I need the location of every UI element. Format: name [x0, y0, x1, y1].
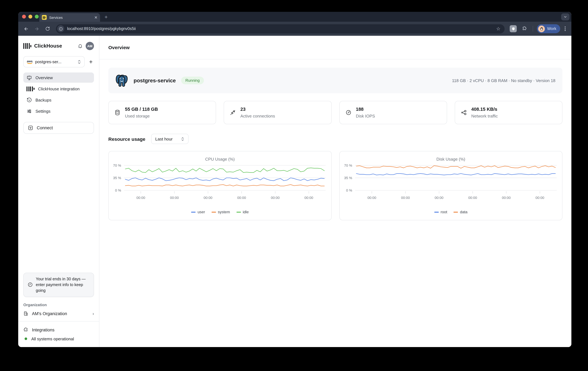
app-content: ClickHouse AM aws postgres-ser... +	[18, 36, 571, 347]
presentation-icon	[27, 75, 32, 80]
clickhouse-favicon	[42, 15, 47, 20]
legend-swatch	[211, 211, 216, 212]
stat-label: Network traffic	[471, 114, 498, 119]
svg-text:00:00: 00:00	[170, 196, 179, 200]
organization-name: AM's Organization	[32, 311, 67, 316]
service-selector-row: aws postgres-ser... +	[23, 56, 94, 67]
back-button[interactable]	[21, 24, 30, 33]
sidebar-nav: Overview ClickHouse integration Backups …	[23, 72, 94, 116]
chart-plot-area: 70 %35 %0 %00:0000:0000:0000:0000:0000:0…	[109, 163, 331, 210]
time-range-select[interactable]: Last hour	[151, 134, 189, 144]
tab-services[interactable]: Services ✕	[39, 13, 100, 22]
browser-window: Services ✕ + localhost:8910	[18, 12, 571, 347]
legend-item-root[interactable]: root	[434, 210, 447, 214]
svg-text:00:00: 00:00	[434, 196, 443, 200]
maximize-window-button[interactable]	[35, 15, 39, 19]
site-info-icon[interactable]	[57, 25, 64, 32]
connect-label: Connect	[37, 125, 53, 130]
legend-item-system[interactable]: system	[211, 210, 230, 214]
shield-icon	[511, 27, 515, 31]
address-bar[interactable]: localhost:8910/postgres/pgkybgnv0s5ii ☆	[56, 24, 504, 33]
integrations-label: Integrations	[32, 327, 54, 332]
service-name: postgres-service	[134, 77, 176, 83]
chart-plot-area: 70 %35 %0 %00:0000:0000:0000:0000:0000:0…	[339, 163, 562, 210]
profile-avatar	[538, 25, 545, 32]
tab-search-button[interactable]	[561, 13, 569, 20]
clickhouse-bars-icon	[27, 86, 34, 91]
disk-usage-chart: Disk Usage (%) 70 %35 %0 %00:0000:0000:0…	[339, 151, 562, 220]
arrow-right-icon	[34, 26, 40, 31]
sidebar-item-overview[interactable]: Overview	[23, 72, 94, 83]
forward-button[interactable]	[32, 24, 41, 33]
svg-text:00:00: 00:00	[271, 196, 280, 200]
profile-name: Work	[547, 27, 556, 31]
extensions-button[interactable]	[520, 24, 529, 33]
organization-row[interactable]: AM's Organization ›	[23, 311, 94, 316]
stat-disk-iops: 188Disk IOPS	[339, 101, 447, 124]
main-panel: Overview postgres-service Running	[99, 36, 571, 347]
new-tab-button[interactable]: +	[105, 14, 108, 22]
bookmark-star-icon[interactable]: ☆	[496, 26, 500, 32]
clock-icon	[28, 282, 33, 288]
browser-toolbar: localhost:8910/postgres/pgkybgnv0s5ii ☆ …	[18, 22, 571, 36]
minimize-window-button[interactable]	[28, 15, 32, 19]
trial-notice-text: Your trial ends in 30 days — enter payme…	[36, 276, 86, 293]
bell-icon[interactable]	[78, 43, 83, 49]
svg-text:70 %: 70 %	[344, 163, 352, 168]
stat-label: Disk IOPS	[356, 114, 375, 119]
system-status-row[interactable]: All systems operational	[23, 335, 94, 343]
reload-button[interactable]	[43, 24, 52, 33]
shield-extension-icon[interactable]	[510, 25, 517, 32]
legend-item-idle[interactable]: idle	[236, 210, 249, 214]
chevron-up-down-icon	[77, 60, 81, 64]
url-text: localhost:8910/postgres/pgkybgnv0s5ii	[67, 27, 494, 31]
legend-label: idle	[243, 210, 249, 214]
gauge-icon	[345, 110, 351, 116]
legend-item-data[interactable]: data	[454, 210, 468, 214]
stat-value: 408.15 KB/s	[471, 107, 498, 112]
legend-swatch	[454, 211, 458, 212]
svg-text:00:00: 00:00	[304, 196, 313, 200]
puzzle-piece-icon	[23, 327, 28, 332]
sidebar-item-label: Overview	[35, 75, 53, 80]
integrations-link[interactable]: Integrations	[23, 326, 94, 334]
toolbar-separator	[533, 26, 533, 32]
page-body: postgres-service Running 118 GB · 2 vCPU…	[99, 59, 571, 229]
connect-button[interactable]: Connect	[23, 122, 94, 134]
user-avatar[interactable]: AM	[86, 42, 94, 50]
info-icon	[59, 27, 63, 31]
connect-icon	[28, 125, 33, 130]
profile-chip[interactable]: Work	[537, 24, 560, 33]
sidebar-item-backups[interactable]: Backups	[23, 95, 94, 105]
legend-item-user[interactable]: user	[191, 210, 205, 214]
aws-icon: aws	[27, 60, 32, 64]
add-service-button[interactable]: +	[88, 58, 94, 65]
service-specs: 118 GB · 2 vCPU · 8 GB RAM · No standby …	[452, 78, 556, 83]
legend-label: data	[460, 210, 468, 214]
svg-text:0 %: 0 %	[115, 188, 121, 192]
browser-menu-button[interactable]	[562, 27, 568, 31]
chevron-right-icon: ›	[93, 311, 94, 316]
selected-service: postgres-ser...	[35, 59, 75, 64]
trial-notice: Your trial ends in 30 days — enter payme…	[23, 272, 94, 297]
puzzle-icon	[522, 26, 527, 31]
svg-text:35 %: 35 %	[344, 176, 352, 180]
time-range-value: Last hour	[155, 137, 173, 141]
svg-text:0 %: 0 %	[346, 188, 352, 192]
sliders-icon	[27, 108, 32, 114]
resource-usage-row: Resource usage Last hour	[108, 134, 562, 144]
status-badge: Running	[181, 77, 204, 84]
stat-label: Used storage	[125, 114, 158, 119]
tab-title: Services	[49, 15, 92, 19]
service-selector[interactable]: aws postgres-ser...	[23, 56, 85, 67]
chart-legend: rootdata	[339, 210, 562, 214]
tab-close-icon[interactable]: ✕	[94, 15, 97, 20]
chart-title: Disk Usage (%)	[339, 157, 562, 161]
close-window-button[interactable]	[22, 15, 26, 19]
sidebar-item-clickhouse-integration[interactable]: ClickHouse integration	[23, 84, 94, 94]
window-controls	[22, 15, 39, 19]
connections-icon	[230, 110, 236, 116]
sidebar-divider	[18, 321, 99, 321]
sidebar-item-settings[interactable]: Settings	[23, 106, 94, 116]
stat-value: 188	[356, 107, 375, 112]
